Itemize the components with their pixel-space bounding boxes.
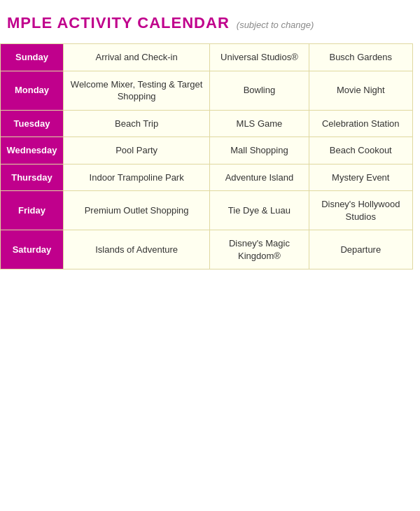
day-label: Monday [1,71,64,110]
activity-cell: Universal Studios® [210,44,309,71]
table-row: ThursdayIndoor Trampoline ParkAdventure … [1,164,413,191]
table-row: FridayPremium Outlet ShoppingTie Dye & L… [1,191,413,230]
activity-cell: Adventure Island [210,164,309,191]
activity-calendar-table: SundayArrival and Check-inUniversal Stud… [0,43,413,270]
activity-cell: Mall Shopping [210,137,309,164]
activity-cell: Indoor Trampoline Park [64,164,210,191]
activity-cell: Welcome Mixer, Testing & Target Shopping [64,71,210,110]
activity-cell: Busch Gardens [309,44,412,71]
page-header: MPLE ACTIVITY CALENDAR (subject to chang… [0,14,413,32]
page-title: MPLE ACTIVITY CALENDAR [7,14,230,32]
activity-cell: Beach Trip [64,110,210,137]
activity-cell: MLS Game [210,110,309,137]
table-row: TuesdayBeach TripMLS GameCelebration Sta… [1,110,413,137]
day-label: Friday [1,191,64,230]
activity-cell: Arrival and Check-in [64,44,210,71]
activity-cell: Premium Outlet Shopping [64,191,210,230]
day-label: Thursday [1,164,64,191]
activity-cell: Beach Cookout [309,137,412,164]
table-row: MondayWelcome Mixer, Testing & Target Sh… [1,71,413,110]
activity-cell: Mystery Event [309,164,412,191]
activity-cell: Pool Party [64,137,210,164]
table-row: SaturdayIslands of AdventureDisney's Mag… [1,230,413,270]
day-label: Saturday [1,230,64,270]
day-label: Wednesday [1,137,64,164]
day-label: Sunday [1,44,64,71]
activity-cell: Disney's Hollywood Studios [309,191,412,230]
activity-cell: Disney's Magic Kingdom® [210,230,309,270]
activity-cell: Islands of Adventure [64,230,210,270]
activity-cell: Celebration Station [309,110,412,137]
activity-cell: Tie Dye & Luau [210,191,309,230]
day-label: Tuesday [1,110,64,137]
table-row: SundayArrival and Check-inUniversal Stud… [1,44,413,71]
activity-cell: Bowling [210,71,309,110]
activity-cell: Departure [309,230,412,270]
activity-cell: Movie Night [309,71,412,110]
page-subtitle: (subject to change) [237,20,314,30]
table-row: WednesdayPool PartyMall ShoppingBeach Co… [1,137,413,164]
